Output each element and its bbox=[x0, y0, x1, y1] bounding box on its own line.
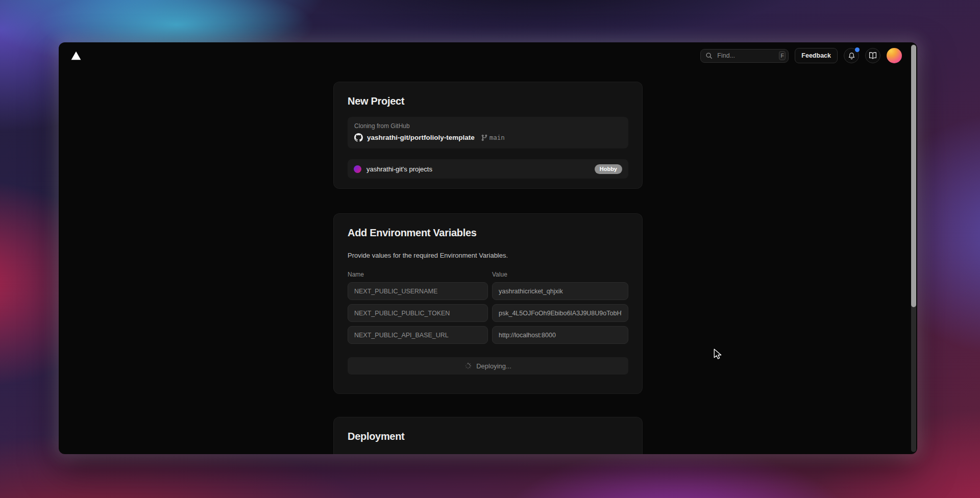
env-value-input-1[interactable] bbox=[492, 304, 628, 322]
team-name: yashrathi-git's projects bbox=[366, 165, 590, 173]
browser-app-window: F Feedback New Project bbox=[59, 42, 917, 454]
clone-source-box: Cloning from GitHub yashrathi-git/portfo… bbox=[348, 117, 628, 148]
github-icon bbox=[354, 133, 363, 142]
env-name-input-2[interactable] bbox=[348, 326, 488, 344]
search-shortcut-key: F bbox=[779, 51, 786, 60]
docs-button[interactable] bbox=[865, 48, 880, 63]
team-avatar bbox=[354, 165, 361, 173]
bell-icon bbox=[848, 52, 855, 60]
env-name-column-label: Name bbox=[348, 271, 488, 278]
notification-dot bbox=[855, 47, 860, 52]
env-grid bbox=[348, 282, 628, 344]
new-project-title: New Project bbox=[348, 95, 628, 107]
new-project-card: New Project Cloning from GitHub yashrath… bbox=[333, 82, 643, 189]
branch-name: main bbox=[489, 134, 505, 141]
env-value-input-2[interactable] bbox=[492, 326, 628, 344]
user-avatar[interactable] bbox=[887, 48, 902, 63]
env-variables-card: Add Environment Variables Provide values… bbox=[333, 213, 643, 394]
page-content: New Project Cloning from GitHub yashrath… bbox=[333, 82, 643, 454]
repo-name: yashrathi-git/portfolioly-template bbox=[367, 134, 475, 141]
repo-row: yashrathi-git/portfolioly-template main bbox=[354, 133, 622, 142]
book-icon bbox=[869, 52, 877, 60]
search-input-wrapper[interactable]: F bbox=[700, 49, 789, 63]
desktop: { "topbar": { "search_placeholder": "Fin… bbox=[0, 0, 980, 498]
search-input[interactable] bbox=[716, 52, 775, 60]
team-scope-selector[interactable]: yashrathi-git's projects Hobby bbox=[348, 159, 628, 179]
branch-wrap: main bbox=[481, 134, 505, 141]
topbar-actions: F Feedback bbox=[700, 48, 902, 63]
scrollbar-track[interactable] bbox=[911, 44, 916, 452]
env-value-column-label: Value bbox=[492, 271, 628, 278]
env-name-input-0[interactable] bbox=[348, 282, 488, 300]
git-branch-icon bbox=[481, 134, 488, 141]
notifications-button[interactable] bbox=[844, 48, 859, 63]
topbar: F Feedback bbox=[59, 42, 917, 66]
feedback-button[interactable]: Feedback bbox=[795, 48, 838, 63]
env-value-input-0[interactable] bbox=[492, 282, 628, 300]
deploy-button[interactable]: Deploying... bbox=[348, 357, 628, 375]
plan-badge: Hobby bbox=[595, 164, 622, 174]
vercel-logo-icon[interactable] bbox=[71, 51, 81, 60]
search-icon bbox=[705, 52, 713, 59]
spinner-icon bbox=[464, 362, 472, 369]
env-column-labels: Name Value bbox=[348, 271, 628, 278]
deployment-title: Deployment bbox=[348, 431, 628, 442]
deployment-card: Deployment bbox=[333, 417, 643, 454]
clone-source-label: Cloning from GitHub bbox=[354, 122, 622, 130]
deploy-button-label: Deploying... bbox=[476, 362, 511, 370]
scrollbar-thumb[interactable] bbox=[911, 45, 916, 307]
env-variables-title: Add Environment Variables bbox=[348, 227, 628, 239]
env-variables-description: Provide values for the required Environm… bbox=[348, 252, 628, 259]
env-name-input-1[interactable] bbox=[348, 304, 488, 322]
